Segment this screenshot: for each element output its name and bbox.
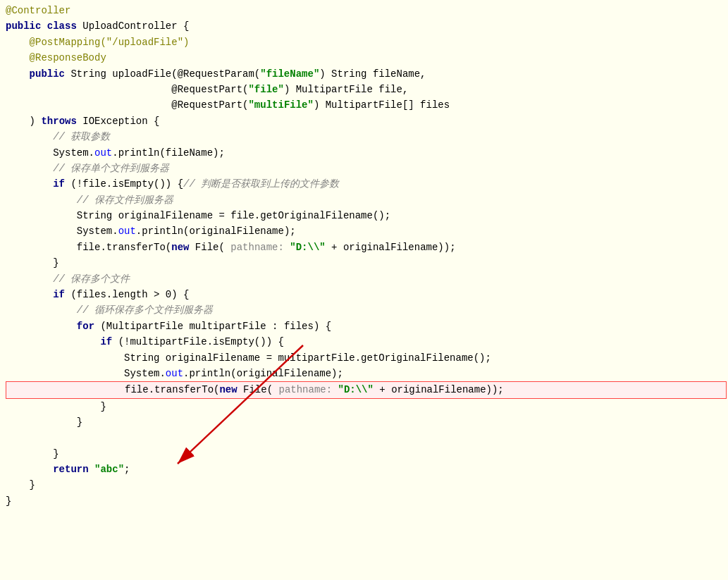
line-content: } xyxy=(6,493,728,509)
token: } xyxy=(6,257,59,269)
code-line: @RequestPart("file") MultipartFile file, xyxy=(0,82,728,97)
line-content: @Controller xyxy=(6,3,728,18)
token: // 判断是否获取到上传的文件参数 xyxy=(183,178,339,190)
token: ) MultipartFile[] files xyxy=(314,99,450,111)
token: "abc" xyxy=(94,464,124,475)
token: public xyxy=(30,68,71,80)
token xyxy=(6,336,100,347)
code-line: if (files.length > 0) { xyxy=(0,287,728,302)
token: "D:\\" xyxy=(338,384,374,395)
token: if xyxy=(53,289,65,300)
code-line: } xyxy=(0,446,728,462)
token: String uploadFile(@RequestParam( xyxy=(70,68,260,80)
token: "multiFile" xyxy=(248,99,313,111)
token: class xyxy=(47,20,82,32)
token: @RequestPart( xyxy=(6,84,248,95)
token: file.transferTo( xyxy=(6,242,171,253)
line-content: System.out.println(originalFilename); xyxy=(6,366,728,381)
line-content: return "abc"; xyxy=(6,462,728,477)
token: } xyxy=(6,448,59,459)
line-content: for (MultipartFile multipartFile : files… xyxy=(6,319,728,334)
line-content: String originalFilename = file.getOrigin… xyxy=(6,208,728,223)
token: "fileName" xyxy=(260,68,319,80)
token: out xyxy=(166,368,183,379)
token: UploadController { xyxy=(82,20,189,32)
token: new xyxy=(219,384,243,395)
token: File( xyxy=(195,242,230,253)
token: out xyxy=(118,226,136,237)
line-content: } xyxy=(6,477,728,493)
token: if xyxy=(100,336,112,347)
line-content: public String uploadFile(@RequestParam("… xyxy=(6,66,728,82)
code-line xyxy=(0,431,728,446)
line-content: @RequestPart("file") MultipartFile file, xyxy=(6,82,728,97)
token: IOException { xyxy=(77,116,160,127)
token: @PostMapping("/uploadFile") xyxy=(6,37,189,48)
token: .println(fileName); xyxy=(112,147,225,159)
code-line: file.transferTo(new File( pathname: "D:\… xyxy=(0,240,728,255)
code-line: // 保存单个文件到服务器 xyxy=(0,161,728,176)
code-line: String originalFilename = file.getOrigin… xyxy=(0,208,728,223)
code-line: if (!multipartFile.isEmpty()) { xyxy=(0,334,728,350)
code-line: } xyxy=(0,255,728,271)
line-content: // 获取参数 xyxy=(6,129,728,144)
token: ) String fileName, xyxy=(319,68,426,80)
line-content: file.transferTo(new File( pathname: "D:\… xyxy=(6,240,728,255)
token: if xyxy=(53,178,65,190)
code-line: return "abc"; xyxy=(0,462,728,477)
code-line: public class UploadController { xyxy=(0,18,728,34)
line-content: } xyxy=(6,446,728,462)
line-content: String originalFilename = multipartFile.… xyxy=(6,350,728,366)
token: "file" xyxy=(248,84,283,95)
code-line: } xyxy=(0,493,728,509)
code-line: ) throws IOException { xyxy=(0,113,728,129)
code-line: // 循环保存多个文件到服务器 xyxy=(0,302,728,318)
line-content: public class UploadController { xyxy=(6,18,728,34)
line-content: // 保存多个文件 xyxy=(6,271,728,287)
line-content: } xyxy=(6,414,728,430)
token xyxy=(6,289,53,300)
code-line: @Controller xyxy=(0,3,728,18)
line-content: ) throws IOException { xyxy=(6,113,728,129)
token: } xyxy=(6,417,82,428)
token: .println(originalFilename); xyxy=(183,368,343,379)
token: file.transferTo( xyxy=(6,384,219,395)
line-content: } xyxy=(6,255,728,271)
token: @Controller xyxy=(6,5,70,16)
code-line: // 保存文件到服务器 xyxy=(0,192,728,208)
token: + originalFilename)); xyxy=(326,242,456,253)
code-line: // 保存多个文件 xyxy=(0,271,728,287)
line-content: System.out.println(fileName); xyxy=(6,145,728,161)
token: System. xyxy=(6,368,166,379)
token: @ResponseBody xyxy=(6,52,106,63)
token: } xyxy=(6,495,11,507)
code-line: } xyxy=(0,399,728,414)
token: for xyxy=(77,321,94,332)
line-content: // 保存文件到服务器 xyxy=(6,192,728,208)
token: .println(originalFilename); xyxy=(136,226,296,237)
line-content: System.out.println(originalFilename); xyxy=(6,223,728,239)
code-line: System.out.println(fileName); xyxy=(0,145,728,161)
token: // 保存单个文件到服务器 xyxy=(6,163,169,174)
line-content: // 保存单个文件到服务器 xyxy=(6,161,728,176)
line-content: if (files.length > 0) { xyxy=(6,287,728,302)
line-content: file.transferTo(new File( pathname: "D:\… xyxy=(6,381,728,398)
token: } xyxy=(6,479,35,490)
token: new xyxy=(171,242,195,253)
code-lines: @Controllerpublic class UploadController… xyxy=(0,3,728,509)
code-line: @PostMapping("/uploadFile") xyxy=(0,35,728,50)
code-line: @ResponseBody xyxy=(0,50,728,66)
token xyxy=(6,178,53,190)
token: // 循环保存多个文件到服务器 xyxy=(6,304,213,316)
token: (MultipartFile multipartFile : files) { xyxy=(94,321,331,332)
code-line: file.transferTo(new File( pathname: "D:\… xyxy=(0,381,728,398)
token: public xyxy=(6,20,47,32)
token: ) xyxy=(6,116,41,127)
code-line: if (!file.isEmpty()) {// 判断是否获取到上传的文件参数 xyxy=(0,176,728,192)
token: (!file.isEmpty()) { xyxy=(65,178,183,190)
line-content: if (!multipartFile.isEmpty()) { xyxy=(6,334,728,350)
line-content: @PostMapping("/uploadFile") xyxy=(6,35,728,50)
token: System. xyxy=(6,226,118,237)
token: @RequestPart( xyxy=(6,99,248,111)
line-content: // 循环保存多个文件到服务器 xyxy=(6,302,728,318)
